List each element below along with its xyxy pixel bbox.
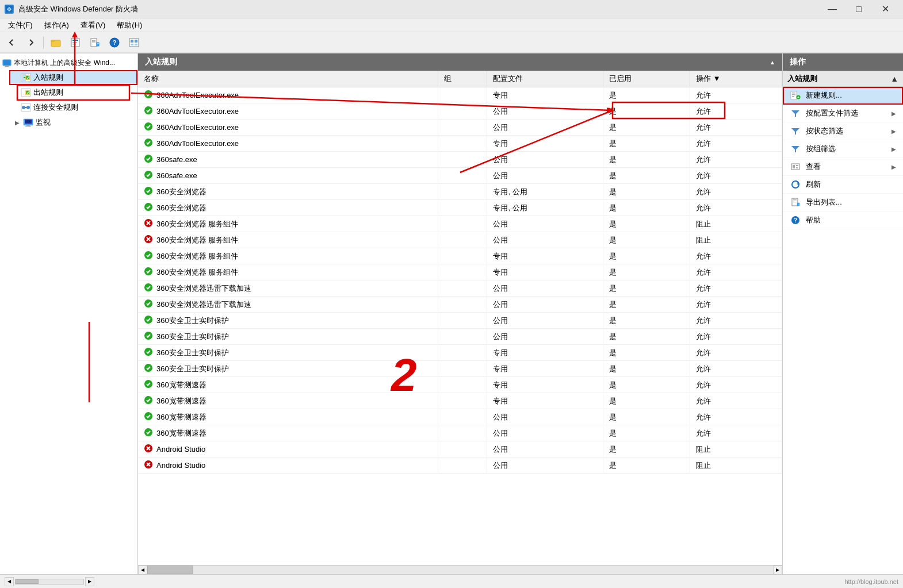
table-row[interactable]: Android Studio公用是阻止 <box>138 458 782 474</box>
sidebar-item-monitor[interactable]: ▶ 监视 <box>9 115 137 130</box>
cell-group <box>438 393 487 409</box>
cell-profile: 公用 <box>487 458 603 474</box>
table-row[interactable]: 360宽带测速器公用是允许 <box>138 409 782 425</box>
table-row[interactable]: 360safe.exe公用是允许 <box>138 152 782 168</box>
table-row[interactable]: 360宽带测速器公用是允许 <box>138 425 782 441</box>
export-button[interactable] <box>86 34 104 51</box>
cell-profile: 公用 <box>487 168 603 184</box>
allow-icon <box>144 251 153 262</box>
sidebar-item-inbound[interactable]: 入站规则 <box>9 70 137 85</box>
minimize-button[interactable]: — <box>819 0 845 18</box>
sidebar-root[interactable]: 本地计算机 上的高级安全 Wind... <box>0 56 137 70</box>
allow-icon <box>144 202 153 213</box>
cell-profile: 公用 <box>487 232 603 248</box>
cell-profile: 公用 <box>487 152 603 168</box>
cell-enabled: 是 <box>603 345 690 361</box>
action-filter-group[interactable]: 按组筛选 ▶ <box>783 140 903 158</box>
table-row[interactable]: 360安全卫士实时保护公用是允许 <box>138 329 782 345</box>
col-name[interactable]: 名称 <box>138 71 438 87</box>
cell-action: 允许 <box>690 168 782 184</box>
col-action[interactable]: 操作 ▼ <box>690 71 782 87</box>
table-row[interactable]: 360安全卫士实时保护专用是允许 <box>138 345 782 361</box>
maximize-button[interactable]: □ <box>845 0 872 18</box>
action-help[interactable]: ? 帮助 <box>783 212 903 229</box>
table-row[interactable]: 360AdvToolExecutor.exe专用是允许 <box>138 136 782 152</box>
bottom-scrollbar[interactable]: ◀ ▶ <box>138 565 782 574</box>
col-enabled[interactable]: 已启用 <box>603 71 690 87</box>
table-row[interactable]: 360安全浏览器专用, 公用是允许 <box>138 184 782 200</box>
action-export[interactable]: 导出列表... <box>783 194 903 212</box>
menu-help[interactable]: 帮助(H) <box>111 19 148 32</box>
table-row[interactable]: 360AdvToolExecutor.exe公用是允许 <box>138 120 782 136</box>
menu-bar: 文件(F) 操作(A) 查看(V) 帮助(H) <box>0 18 903 32</box>
table-row[interactable]: 360安全卫士实时保护专用是允许 <box>138 361 782 377</box>
table-row[interactable]: 360安全浏览器专用, 公用是允许 <box>138 200 782 216</box>
scroll-track[interactable] <box>147 566 773 574</box>
policy-button[interactable] <box>66 34 85 51</box>
cell-name: 360安全浏览器 服务组件 <box>138 216 438 232</box>
actions-section-inbound: 入站规则 ▲ <box>783 71 903 87</box>
table-body: 360AdvToolExecutor.exe专用是允许360AdvToolExe… <box>138 87 782 474</box>
block-icon <box>144 444 153 455</box>
col-group[interactable]: 组 <box>438 71 487 87</box>
scroll-thumb[interactable] <box>147 566 193 574</box>
status-scroll-left[interactable]: ◀ <box>5 577 14 586</box>
back-button[interactable] <box>2 34 21 51</box>
scroll-right-arrow[interactable]: ▶ <box>773 566 782 575</box>
sidebar-item-outbound[interactable]: 出站规则 <box>9 85 137 100</box>
table-row[interactable]: 360安全浏览器迅雷下载加速公用是允许 <box>138 280 782 297</box>
action-filter-profile[interactable]: 按配置文件筛选 ▶ <box>783 105 903 122</box>
cell-action: 允许 <box>690 103 782 120</box>
cell-action: 允许 <box>690 393 782 409</box>
sort-arrow: ▲ <box>770 59 775 66</box>
action-new-rule[interactable]: + 新建规则... <box>783 87 903 105</box>
rules-table[interactable]: 名称 组 配置文件 已启用 操作 ▼ 360AdvToolExecutor.ex… <box>138 71 782 565</box>
cell-group <box>438 441 487 458</box>
action-new-rule-label: 新建规则... <box>806 90 842 101</box>
action-filter-status[interactable]: 按状态筛选 ▶ <box>783 122 903 140</box>
menu-file[interactable]: 文件(F) <box>2 19 39 32</box>
status-track[interactable] <box>15 579 84 585</box>
table-row[interactable]: 360AdvToolExecutor.exe公用是允许 <box>138 103 782 120</box>
svg-rect-15 <box>131 40 133 43</box>
filter-group-icon <box>790 143 801 155</box>
table-row[interactable]: 360安全浏览器迅雷下载加速公用是允许 <box>138 297 782 313</box>
table-row[interactable]: 360safe.exe公用是允许 <box>138 168 782 184</box>
sidebar-item-connection[interactable]: 连接安全规则 <box>9 100 137 115</box>
cell-name: 360AdvToolExecutor.exe <box>138 136 438 152</box>
table-row[interactable]: 360AdvToolExecutor.exe专用是允许 <box>138 87 782 103</box>
action-filter-group-label: 按组筛选 <box>806 144 836 154</box>
folder-button[interactable] <box>47 34 65 51</box>
menu-actions[interactable]: 操作(A) <box>39 19 75 32</box>
properties-button[interactable] <box>125 34 143 51</box>
table-row[interactable]: 360宽带测速器专用是允许 <box>138 377 782 393</box>
rule-name: 360safe.exe <box>156 155 197 164</box>
table-row[interactable]: 360安全浏览器 服务组件公用是阻止 <box>138 232 782 248</box>
close-button[interactable]: ✕ <box>872 0 898 18</box>
col-profile[interactable]: 配置文件 <box>487 71 603 87</box>
table-row[interactable]: 360宽带测速器专用是允许 <box>138 393 782 409</box>
status-scroll-right[interactable]: ▶ <box>85 577 94 586</box>
table-row[interactable]: 360安全浏览器 服务组件专用是允许 <box>138 248 782 264</box>
table-row[interactable]: Android Studio公用是阻止 <box>138 441 782 458</box>
refresh-icon <box>790 179 801 190</box>
action-refresh[interactable]: 刷新 <box>783 176 903 194</box>
action-view-label: 查看 <box>806 162 821 172</box>
svg-marker-69 <box>791 128 799 134</box>
action-view[interactable]: 查看 ▶ <box>783 158 903 176</box>
scroll-left-arrow[interactable]: ◀ <box>138 566 147 575</box>
table-row[interactable]: 360安全卫士实时保护公用是允许 <box>138 313 782 329</box>
table-row[interactable]: 360安全浏览器 服务组件专用是允许 <box>138 264 782 280</box>
forward-button[interactable] <box>22 34 40 51</box>
status-thumb[interactable] <box>16 579 39 584</box>
actions-collapse-btn[interactable]: ▲ <box>890 74 898 83</box>
help-button[interactable]: ? <box>105 34 124 51</box>
cell-enabled: 是 <box>603 361 690 377</box>
allow-icon <box>144 267 153 278</box>
menu-view[interactable]: 查看(V) <box>75 19 111 32</box>
action-filter-profile-label: 按配置文件筛选 <box>806 108 858 118</box>
cell-profile: 公用 <box>487 280 603 297</box>
table-row[interactable]: 360安全浏览器 服务组件公用是阻止 <box>138 216 782 232</box>
cell-name: 360安全浏览器迅雷下载加速 <box>138 280 438 297</box>
filter-profile-arrow: ▶ <box>891 110 896 117</box>
